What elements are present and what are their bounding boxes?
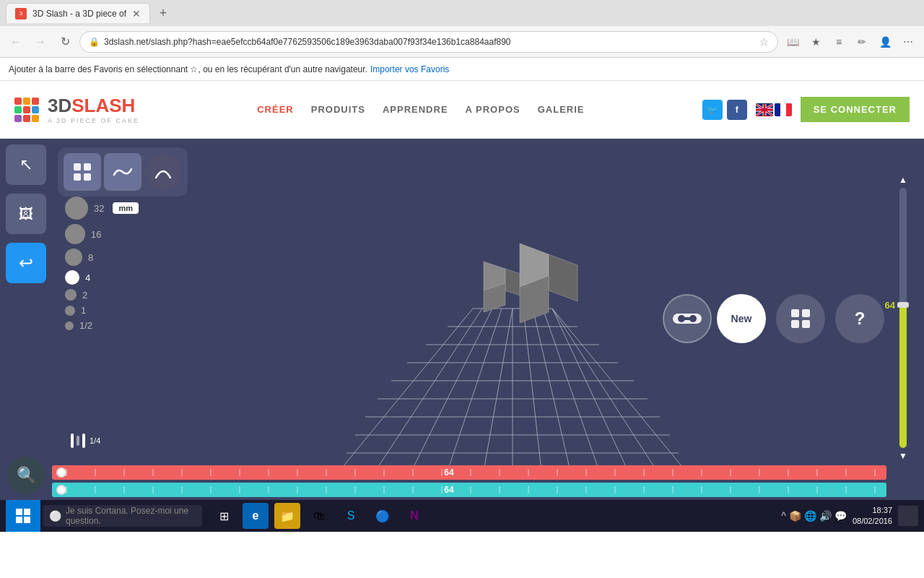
size-8-button[interactable]	[65, 249, 82, 266]
svg-rect-112	[16, 517, 22, 523]
onenote-taskbar-icon[interactable]: N	[401, 503, 427, 529]
size-2-button[interactable]	[65, 289, 77, 301]
chrome-taskbar-icon[interactable]: 🔵	[370, 503, 396, 529]
zoom-down-button[interactable]: ▼	[899, 451, 907, 461]
zoom-handle[interactable]	[897, 302, 909, 308]
address-bar[interactable]: 🔒 3dslash.net/slash.php?hash=eae5efccb64…	[79, 31, 778, 53]
help-button[interactable]: ?	[835, 294, 884, 343]
logo-text-area: 3D SLASH A 3D PIECE OF CAKE	[48, 95, 139, 124]
grid-view-button[interactable]	[776, 294, 825, 343]
more-button[interactable]: ⋯	[898, 32, 918, 52]
taskbar-icons: ⊞ e 📁 🛍 S 🔵 N	[211, 503, 427, 529]
hub-button[interactable]: ≡	[829, 32, 849, 52]
left-toolbar: ↖ 🖼 ↩ 🔍	[0, 139, 52, 500]
svg-rect-22	[791, 320, 799, 328]
nav-apropos[interactable]: A PROPOS	[466, 104, 520, 115]
image-tool-button[interactable]: 🖼	[6, 194, 46, 234]
red-slider[interactable]: 64	[52, 465, 886, 480]
curve-icon	[153, 162, 173, 182]
twitter-icon[interactable]: 🐦	[702, 100, 723, 120]
svg-rect-15	[84, 173, 91, 181]
edge-taskbar-icon[interactable]: e	[243, 503, 269, 529]
profile-button[interactable]: 👤	[875, 32, 895, 52]
new-button[interactable]: New	[717, 294, 766, 343]
refresh-button[interactable]: ↻	[55, 32, 75, 52]
star-icon[interactable]: ☆	[759, 36, 769, 48]
network-tray-icon[interactable]: 🌐	[804, 510, 816, 522]
tab-title: 3D Slash - a 3D piece of	[32, 9, 126, 19]
store-taskbar-icon[interactable]: 🛍	[306, 503, 332, 529]
search-button[interactable]: 🔍	[7, 457, 45, 494]
nav-apprendre[interactable]: APPRENDRE	[383, 104, 448, 115]
favorites-button[interactable]: ★	[806, 32, 826, 52]
logo-pixel	[23, 106, 30, 113]
grid-view-icon	[790, 308, 811, 329]
logo-pixel-grid	[14, 98, 39, 122]
cortana-search[interactable]: ⚪ Je suis Cortana. Posez-moi une questio…	[43, 505, 202, 527]
tab-close-button[interactable]: ✕	[132, 8, 141, 20]
size-row-32: 32 mm	[65, 197, 139, 220]
teal-slider-value: 64	[444, 485, 453, 495]
new-tab-button[interactable]: +	[153, 3, 173, 23]
french-flag[interactable]	[775, 103, 792, 116]
active-tab[interactable]: 3 3D Slash - a 3D piece of ✕	[6, 3, 150, 23]
size-half-button[interactable]	[65, 322, 74, 330]
svg-line-40	[523, 309, 541, 471]
notification-tray-icon[interactable]: 💬	[834, 510, 847, 522]
svg-point-18	[689, 315, 697, 322]
logo-pixel	[14, 106, 22, 113]
teal-slider-handle[interactable]	[56, 485, 66, 495]
top-tools	[58, 147, 188, 197]
zoom-slider[interactable]: ▲ 64 ▼	[895, 175, 911, 464]
size-16-button[interactable]	[65, 224, 85, 244]
zoom-fill	[899, 305, 907, 448]
arrow-tool-button[interactable]: ↖	[6, 144, 46, 185]
taskbar-right: ^ 📦 🌐 🔊 💬 18:37 08/02/2016	[781, 505, 918, 527]
english-flag[interactable]	[756, 103, 773, 116]
nav-produits[interactable]: PRODUITS	[311, 104, 365, 115]
connect-button[interactable]: SE CONNECTER	[801, 97, 910, 122]
facebook-icon[interactable]: f	[727, 100, 747, 120]
back-button[interactable]: ←	[6, 32, 26, 52]
wave-tool-button[interactable]	[104, 153, 141, 191]
size-32-label: 32	[94, 203, 104, 214]
size-1-button[interactable]	[65, 306, 75, 316]
browser-chrome: 3 3D Slash - a 3D piece of ✕ + ← → ↻ 🔒 3…	[0, 0, 924, 81]
reader-view-button[interactable]: 📖	[783, 32, 803, 52]
start-button[interactable]	[6, 500, 40, 532]
url-text: 3dslash.net/slash.php?hash=eae5efccb64af…	[104, 37, 755, 47]
red-slider-handle[interactable]	[56, 467, 66, 478]
explorer-taskbar-icon[interactable]: 📁	[274, 503, 300, 529]
logo-pixel	[32, 115, 39, 122]
import-favorites-link[interactable]: Importer vos Favoris	[370, 64, 449, 74]
notes-button[interactable]: ✏	[852, 32, 872, 52]
zoom-track[interactable]: 64	[899, 188, 907, 448]
nav-creer[interactable]: CRÉER	[257, 104, 294, 115]
zoom-up-button[interactable]: ▲	[899, 175, 907, 185]
grid-tool-button[interactable]	[64, 153, 101, 191]
svg-rect-12	[74, 163, 81, 171]
size-half-label: 1/2	[79, 320, 92, 331]
skype-taskbar-icon[interactable]: S	[338, 503, 364, 529]
windows-taskbar: ⚪ Je suis Cortana. Posez-moi une questio…	[0, 500, 924, 532]
forward-button[interactable]: →	[30, 32, 51, 52]
show-desktop-button[interactable]	[898, 506, 918, 526]
size-32-button[interactable]	[65, 197, 88, 220]
favorites-bar: Ajouter à la barre des Favoris en sélect…	[0, 58, 924, 81]
svg-rect-13	[84, 163, 91, 171]
task-view-button[interactable]: ⊞	[211, 503, 237, 529]
audio-tray-icon[interactable]: 🔊	[819, 510, 832, 522]
tray-up-arrow[interactable]: ^	[781, 510, 786, 522]
undo-button[interactable]: ↩	[6, 243, 46, 283]
vr-button-container	[663, 294, 712, 343]
svg-line-38	[484, 309, 513, 471]
svg-rect-111	[24, 509, 30, 515]
logo-3d-text: 3D	[48, 95, 71, 117]
dropbox-tray-icon[interactable]: 📦	[789, 510, 801, 522]
logo-pixel	[32, 106, 39, 113]
nav-galerie[interactable]: GALERIE	[538, 104, 585, 115]
teal-slider[interactable]: 64	[52, 483, 886, 497]
curve-tool-button[interactable]	[144, 153, 182, 191]
size-4-button[interactable]	[65, 270, 79, 285]
vr-button[interactable]	[663, 294, 712, 343]
